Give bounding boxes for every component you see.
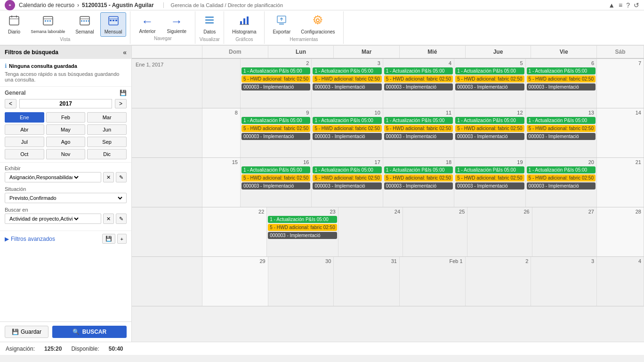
- event-3-1-0[interactable]: 1 - Actualización P&Is 05:00: [268, 216, 337, 223]
- ribbon-btn-diario[interactable]: Diario: [4, 12, 24, 37]
- save-filter-icon[interactable]: 💾: [120, 90, 127, 96]
- cal-day-4-1[interactable]: 30: [268, 257, 334, 306]
- event-0-5-1[interactable]: 5 - HWD adicional: fabric 02:50: [527, 75, 596, 82]
- ribbon-btn-configuraciones[interactable]: Configuraciones: [297, 12, 339, 37]
- cal-day-1-6[interactable]: 14: [597, 108, 644, 157]
- cal-day-2-4[interactable]: 191 - Actualización P&Is 05:005 - HWD ad…: [454, 158, 525, 207]
- exhibir-select[interactable]: Asignación,Responsabilidad: [8, 174, 80, 181]
- month-btn-jun[interactable]: Jun: [87, 124, 127, 135]
- event-2-1-0[interactable]: 1 - Actualización P&Is 05:00: [242, 166, 310, 173]
- next-year-button[interactable]: >: [115, 99, 127, 108]
- cal-day-0-3[interactable]: 41 - Actualización P&Is 05:005 - HWD adi…: [383, 59, 454, 108]
- month-btn-jul[interactable]: Jul: [5, 137, 44, 147]
- cal-day-0-2[interactable]: 31 - Actualización P&Is 05:005 - HWD adi…: [312, 59, 383, 108]
- cal-day-0-0[interactable]: [202, 59, 241, 108]
- event-2-5-0[interactable]: 1 - Actualización P&Is 05:00: [527, 166, 596, 173]
- event-0-4-1[interactable]: 5 - HWD adicional: fabric 02:50: [455, 75, 524, 82]
- event-0-3-1[interactable]: 5 - HWD adicional: fabric 02:50: [384, 75, 453, 82]
- event-2-3-2[interactable]: 000003 - Implementació: [384, 182, 453, 189]
- month-btn-ene[interactable]: Ene: [5, 112, 44, 123]
- event-2-1-1[interactable]: 5 - HWD adicional: fabric 02:50: [242, 174, 310, 181]
- event-0-2-0[interactable]: 1 - Actualización P&Is 05:00: [313, 67, 381, 74]
- event-1-1-1[interactable]: 5 - HWD adicional: fabric 02:50: [242, 125, 310, 132]
- cal-day-2-6[interactable]: 21: [597, 158, 644, 207]
- cal-day-4-6[interactable]: 4: [597, 257, 644, 306]
- event-1-2-2[interactable]: 000003 - Implementació: [313, 133, 381, 140]
- cal-day-0-4[interactable]: 51 - Actualización P&Is 05:005 - HWD adi…: [454, 59, 525, 108]
- cal-day-2-3[interactable]: 181 - Actualización P&Is 05:005 - HWD ad…: [383, 158, 454, 207]
- cal-day-0-5[interactable]: 61 - Actualización P&Is 05:005 - HWD adi…: [526, 59, 597, 108]
- event-2-5-2[interactable]: 000003 - Implementació: [527, 182, 596, 189]
- search-button[interactable]: 🔍 BUSCAR: [52, 326, 127, 338]
- event-2-3-0[interactable]: 1 - Actualización P&Is 05:00: [384, 166, 453, 173]
- event-1-2-0[interactable]: 1 - Actualización P&Is 05:00: [313, 117, 381, 124]
- cal-day-1-0[interactable]: 8: [202, 108, 241, 157]
- event-1-4-1[interactable]: 5 - HWD adicional: fabric 02:50: [455, 125, 524, 132]
- event-1-1-0[interactable]: 1 - Actualización P&Is 05:00: [242, 117, 310, 124]
- adv-filter-add-button[interactable]: +: [117, 234, 127, 244]
- event-3-1-2[interactable]: 000003 - Implementació: [268, 232, 337, 239]
- month-btn-oct[interactable]: Oct: [5, 149, 44, 159]
- refresh-icon[interactable]: ↺: [634, 1, 639, 9]
- event-1-3-0[interactable]: 1 - Actualización P&Is 05:00: [384, 117, 453, 124]
- event-2-4-0[interactable]: 1 - Actualización P&Is 05:00: [455, 166, 524, 173]
- cal-day-3-3[interactable]: 25: [403, 207, 467, 256]
- event-0-1-2[interactable]: 000003 - Implementació: [242, 83, 310, 90]
- cal-day-4-3[interactable]: Feb 1: [400, 257, 466, 306]
- buscar-en-select[interactable]: Actividad de proyecto,Activic: [8, 215, 80, 222]
- ribbon-btn-histograma[interactable]: Histograma: [228, 12, 260, 37]
- menu-icon[interactable]: ≡: [619, 1, 622, 9]
- cal-day-4-4[interactable]: 2: [466, 257, 531, 306]
- help-icon[interactable]: ?: [626, 1, 630, 9]
- cal-day-4-5[interactable]: 3: [531, 257, 597, 306]
- cal-day-3-4[interactable]: 26: [467, 207, 532, 256]
- month-btn-mar[interactable]: Mar: [87, 112, 127, 123]
- cal-day-2-0[interactable]: 15: [202, 158, 241, 207]
- event-0-5-2[interactable]: 000003 - Implementació: [527, 83, 596, 90]
- cal-day-4-2[interactable]: 31: [334, 257, 400, 306]
- ribbon-btn-datos[interactable]: Datos: [199, 12, 220, 37]
- event-2-3-1[interactable]: 5 - HWD adicional: fabric 02:50: [384, 174, 453, 181]
- event-0-2-1[interactable]: 5 - HWD adicional: fabric 02:50: [313, 75, 381, 82]
- event-0-3-0[interactable]: 1 - Actualización P&Is 05:00: [384, 67, 453, 74]
- cal-day-2-2[interactable]: 171 - Actualización P&Is 05:005 - HWD ad…: [312, 158, 383, 207]
- cal-day-2-1[interactable]: 161 - Actualización P&Is 05:005 - HWD ad…: [241, 158, 312, 207]
- ribbon-btn-exportar[interactable]: Exportar: [268, 12, 295, 37]
- event-0-4-0[interactable]: 1 - Actualización P&Is 05:00: [455, 67, 524, 74]
- event-2-4-2[interactable]: 000003 - Implementació: [455, 182, 524, 189]
- event-1-4-2[interactable]: 000003 - Implementació: [455, 133, 524, 140]
- event-0-2-2[interactable]: 000003 - Implementació: [313, 83, 381, 90]
- cal-day-1-2[interactable]: 101 - Actualización P&Is 05:005 - HWD ad…: [312, 108, 383, 157]
- ribbon-btn-anterior[interactable]: ← Anterior: [134, 12, 160, 36]
- collapse-sidebar-button[interactable]: «: [123, 49, 127, 56]
- cal-day-0-1[interactable]: 21 - Actualización P&Is 05:005 - HWD adi…: [241, 59, 312, 108]
- save-button[interactable]: 💾 Guardar: [5, 326, 48, 338]
- cal-day-3-5[interactable]: 27: [532, 207, 597, 256]
- cal-day-1-4[interactable]: 121 - Actualización P&Is 05:005 - HWD ad…: [454, 108, 525, 157]
- month-btn-sep[interactable]: Sep: [87, 137, 127, 147]
- event-2-2-2[interactable]: 000003 - Implementació: [313, 182, 381, 189]
- event-0-1-0[interactable]: 1 - Actualización P&Is 05:00: [242, 67, 310, 74]
- cal-day-1-3[interactable]: 111 - Actualización P&Is 05:005 - HWD ad…: [383, 108, 454, 157]
- month-btn-may[interactable]: May: [46, 124, 86, 135]
- cal-day-3-6[interactable]: 28: [597, 207, 644, 256]
- event-1-1-2[interactable]: 000003 - Implementació: [242, 133, 310, 140]
- event-3-1-1[interactable]: 5 - HWD adicional: fabric 02:50: [268, 224, 337, 231]
- buscar-en-clear-button[interactable]: ✕: [103, 214, 114, 224]
- month-btn-feb[interactable]: Feb: [46, 112, 86, 123]
- event-2-4-1[interactable]: 5 - HWD adicional: fabric 02:50: [455, 174, 524, 181]
- event-0-5-0[interactable]: 1 - Actualización P&Is 05:00: [527, 67, 596, 74]
- cal-day-3-1[interactable]: 231 - Actualización P&Is 05:005 - HWD ad…: [267, 207, 338, 256]
- page-title[interactable]: 51200315 - Agustin Aguilar: [82, 2, 154, 8]
- event-1-5-1[interactable]: 5 - HWD adicional: fabric 02:50: [527, 125, 596, 132]
- ribbon-btn-semanal[interactable]: Semanal: [71, 12, 98, 37]
- app-name-label[interactable]: Calendario de recurso: [19, 2, 74, 8]
- cal-day-0-6[interactable]: 7: [597, 59, 644, 108]
- event-2-1-2[interactable]: 000003 - Implementació: [242, 182, 310, 189]
- month-btn-ago[interactable]: Ago: [46, 137, 86, 147]
- event-1-3-1[interactable]: 5 - HWD adicional: fabric 02:50: [384, 125, 453, 132]
- advanced-filters-toggle[interactable]: ▶ Filtros avanzados 💾 +: [0, 230, 131, 247]
- ribbon-btn-mensual[interactable]: Mensual: [100, 12, 127, 37]
- cal-day-2-5[interactable]: 201 - Actualización P&Is 05:005 - HWD ad…: [526, 158, 597, 207]
- event-1-5-0[interactable]: 1 - Actualización P&Is 05:00: [527, 117, 596, 124]
